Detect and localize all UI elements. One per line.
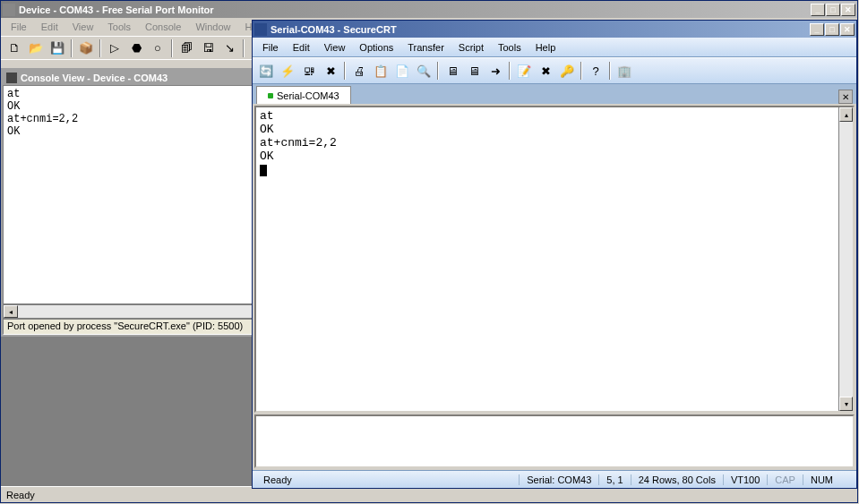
tab-close-button[interactable]: ✕ xyxy=(838,90,853,104)
menu-file[interactable]: File xyxy=(256,40,285,55)
menu-help[interactable]: Help xyxy=(529,40,563,55)
console-icon xyxy=(6,73,17,83)
status-num: NUM xyxy=(803,474,840,485)
toolbar-separator xyxy=(71,39,73,57)
minimize-button[interactable]: _ xyxy=(810,23,824,36)
status-dimensions: 24 Rows, 80 Cols xyxy=(631,474,723,485)
status-ready: Ready xyxy=(256,474,299,485)
server1-icon[interactable]: 🖥 xyxy=(442,61,462,81)
paste-icon[interactable]: 📄 xyxy=(392,61,412,81)
toolbar-separator xyxy=(344,62,346,80)
app-icon xyxy=(3,4,15,16)
menu-console[interactable]: Console xyxy=(139,20,187,34)
menu-view[interactable]: View xyxy=(66,20,100,34)
menu-window[interactable]: Window xyxy=(189,20,236,34)
port-monitor-titlebar[interactable]: Device - COM43 - Free Serial Port Monito… xyxy=(1,1,857,18)
status-cursor-pos: 5, 1 xyxy=(598,474,630,485)
package-icon[interactable]: 📦 xyxy=(76,38,96,58)
tab-serial-com43[interactable]: Serial-COM43 xyxy=(256,86,351,104)
securecrt-terminal[interactable]: at OK at+cnmi=2,2 OK xyxy=(256,107,838,411)
open-folder-icon[interactable]: 📂 xyxy=(26,38,46,58)
close-button[interactable]: ✕ xyxy=(840,23,855,36)
securecrt-window: Serial-COM43 - SecureCRT _ □ ✕ File Edit… xyxy=(252,20,857,489)
status-serial: Serial: COM43 xyxy=(519,474,598,485)
tab-label: Serial-COM43 xyxy=(277,90,339,101)
vertical-scrollbar[interactable]: ▴ ▾ xyxy=(838,107,853,411)
menu-edit[interactable]: Edit xyxy=(287,40,316,55)
options-icon[interactable]: ✖ xyxy=(536,61,555,81)
help-icon[interactable]: ? xyxy=(586,61,606,81)
menu-view[interactable]: View xyxy=(318,40,352,55)
save-icon[interactable]: 💾 xyxy=(47,38,67,58)
copy-icon[interactable]: 📋 xyxy=(371,61,391,81)
scroll-down-icon[interactable]: ▾ xyxy=(839,397,853,411)
menu-options[interactable]: Options xyxy=(353,40,399,55)
maximize-button[interactable]: □ xyxy=(825,23,839,36)
connection-led-icon xyxy=(268,93,273,98)
record-icon[interactable]: ○ xyxy=(148,38,168,58)
toolbar-separator xyxy=(171,39,173,57)
scroll-track[interactable] xyxy=(839,122,853,397)
find-icon[interactable]: 🔍 xyxy=(414,61,434,81)
command-input-pane[interactable] xyxy=(254,414,855,468)
toolbar-separator xyxy=(580,62,582,80)
toolbar-separator xyxy=(437,62,439,80)
securecrt-statusbar: Ready Serial: COM43 5, 1 24 Rows, 80 Col… xyxy=(253,470,856,488)
toolbar-separator xyxy=(243,39,245,57)
terminal-cursor xyxy=(260,165,267,176)
panel-title-text: Console View - Device - COM43 xyxy=(21,73,168,83)
server2-icon[interactable]: 🖥 xyxy=(464,61,484,81)
save-all-icon[interactable]: 🖫 xyxy=(198,38,218,58)
disconnect-icon[interactable]: ✖ xyxy=(321,61,340,81)
menu-file[interactable]: File xyxy=(4,20,33,34)
new-file-icon[interactable]: 🗋 xyxy=(4,38,24,58)
terminal-wrapper: at OK at+cnmi=2,2 OK ▴ ▾ xyxy=(254,106,855,413)
key-icon[interactable]: 🔑 xyxy=(557,61,577,81)
reconnect-icon[interactable]: 🔄 xyxy=(256,61,276,81)
stop-icon[interactable]: ⬣ xyxy=(126,38,146,58)
scroll-left-icon[interactable]: ◂ xyxy=(4,305,18,318)
status-ready: Ready xyxy=(6,490,35,500)
send-icon[interactable]: ➜ xyxy=(485,61,505,81)
menu-transfer[interactable]: Transfer xyxy=(401,40,451,55)
properties-icon[interactable]: 📝 xyxy=(514,61,534,81)
securecrt-menubar: File Edit View Options Transfer Script T… xyxy=(253,38,856,57)
minimize-button[interactable]: _ xyxy=(811,4,825,16)
toolbar-separator xyxy=(99,39,101,57)
menu-tools[interactable]: Tools xyxy=(492,40,528,55)
quick-connect-icon[interactable]: ⚡ xyxy=(278,61,297,81)
securecrt-toolbar: 🔄⚡🖳✖🖨📋📄🔍🖥🖥➜📝✖🔑?🏢 xyxy=(253,57,856,84)
copy-icon[interactable]: 🗐 xyxy=(176,38,196,58)
close-button[interactable]: ✕ xyxy=(841,4,855,16)
maximize-button[interactable]: □ xyxy=(826,4,840,16)
play-icon[interactable]: ▷ xyxy=(105,38,125,58)
menu-script[interactable]: Script xyxy=(452,40,490,55)
securecrt-titlebar[interactable]: Serial-COM43 - SecureCRT _ □ ✕ xyxy=(253,21,856,38)
print-icon[interactable]: 🖨 xyxy=(349,61,369,81)
scroll-up-icon[interactable]: ▴ xyxy=(839,107,853,122)
menu-tools[interactable]: Tools xyxy=(101,20,137,34)
toolbar-separator xyxy=(509,62,511,80)
window-title: Device - COM43 - Free Serial Port Monito… xyxy=(19,4,810,15)
export-icon[interactable]: ↘ xyxy=(219,38,239,58)
menu-edit[interactable]: Edit xyxy=(35,20,64,34)
securecrt-tabs: Serial-COM43 ✕ xyxy=(253,84,856,104)
securecrt-title: Serial-COM43 - SecureCRT xyxy=(271,24,809,35)
toolbar-separator xyxy=(609,62,611,80)
status-caps: CAP xyxy=(767,474,803,485)
securecrt-icon xyxy=(254,23,267,36)
about-icon[interactable]: 🏢 xyxy=(614,61,634,81)
connect-icon[interactable]: 🖳 xyxy=(299,61,319,81)
status-emulation: VT100 xyxy=(723,474,767,485)
